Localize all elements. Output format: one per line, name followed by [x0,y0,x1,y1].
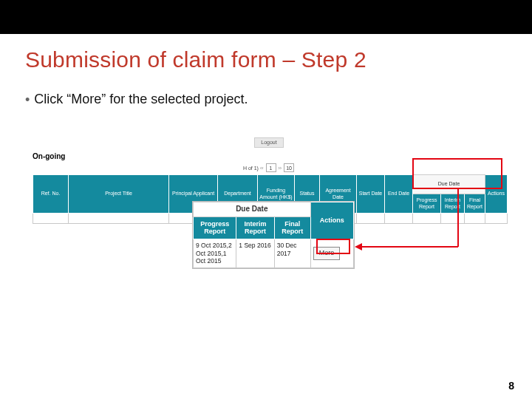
zoom-th-prog: Progress Report [194,216,236,239]
th-actions: Actions [485,175,508,214]
zoom-inset: Due Date Actions Progress Report Interim… [192,201,355,269]
instruction-bullet: • Click “More” for the selected project. [25,92,532,108]
th-end: End Date [385,175,413,214]
slide-top-bar [0,0,532,34]
bullet-dot-icon: • [25,92,30,108]
more-button[interactable]: More [313,247,341,259]
slide-title: Submission of claim form – Step 2 [25,47,532,72]
th-interim: Interim Report [441,194,465,214]
pager-perpage[interactable]: 10 [284,163,294,172]
pager: H of 1) ‹‹ 1 ›› 10 [33,163,505,172]
th-ref: Ref. No. [33,175,69,214]
zoom-due-group: Due Date [194,202,311,217]
zoom-interim-cell: 1 Sep 2016 [236,239,274,268]
slide-number: 8 [508,380,514,392]
section-heading-ongoing: On-going [33,152,505,160]
th-due-group: Due Date [413,175,485,194]
pager-page[interactable]: 1 [266,163,276,172]
zoom-th-interim: Interim Report [236,216,274,239]
zoom-th-actions: Actions [310,202,353,239]
svg-marker-2 [355,243,362,250]
zoom-th-final: Final Report [274,216,310,239]
instruction-text: Click “More” for the selected project. [34,92,248,107]
th-prog: Progress Report [413,194,441,214]
th-title: Project Title [69,175,169,214]
zoom-final-cell: 30 Dec 2017 [274,239,310,268]
zoom-prog-cell: 9 Oct 2015,2 Oct 2015,1 Oct 2015 [194,239,236,268]
th-start: Start Date [357,175,385,214]
zoom-row: 9 Oct 2015,2 Oct 2015,1 Oct 2015 1 Sep 2… [194,239,354,268]
logout-button[interactable]: Logout [254,137,284,148]
th-final: Final Report [465,194,485,214]
pager-prefix: H of 1) [243,166,259,171]
